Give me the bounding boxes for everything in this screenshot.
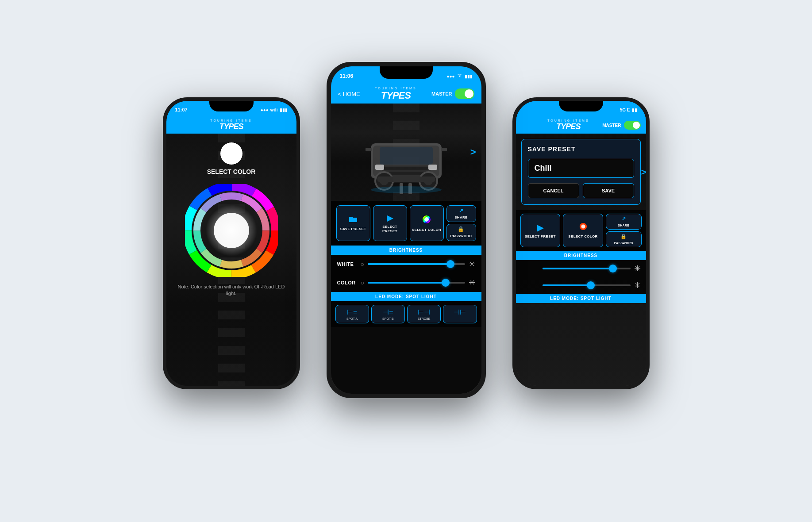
center-color-slider-row: COLOR ○ ✳ <box>331 273 481 292</box>
center-spot-btn[interactable]: ⊢= SPOT A <box>335 305 369 323</box>
center-password-btn[interactable]: 🔒 PASSWORD <box>446 224 476 241</box>
center-master-label: MASTER <box>431 91 452 96</box>
folder-icon <box>349 216 358 225</box>
color-selector-dot[interactable] <box>220 142 242 165</box>
svg-rect-41 <box>441 148 447 151</box>
phone-left-screen: 11:07 ●●● wifi ▮▮▮ TOURING ITEMS TYPES <box>166 101 296 386</box>
center-brightness-section: BRIGHTNESS WHITE ○ ✳ COLOR ○ <box>331 246 481 292</box>
center-select-preset-btn[interactable]: ▶ SELECT PRESET <box>373 205 407 241</box>
color-wheel-container[interactable] <box>185 184 278 277</box>
password-label: PASSWORD <box>450 234 472 238</box>
right-toggle-switch[interactable] <box>624 121 641 130</box>
center-master-toggle[interactable]: MASTER <box>431 88 474 99</box>
phone-left: 11:07 ●●● wifi ▮▮▮ TOURING ITEMS TYPES <box>163 97 300 389</box>
spot-icon: ⊢= <box>347 308 357 316</box>
right-master-toggle[interactable]: MASTER <box>602 121 640 130</box>
color-wheel-icon <box>422 215 431 226</box>
right-brightness-section: BRIGHTNESS ✳ ✳ <box>516 251 646 294</box>
center-bottom-buttons: SAVE PRESET ▶ SELECT PRESET <box>331 201 481 246</box>
right-slider1-thumb[interactable] <box>609 265 617 273</box>
right-touring-text: TOURING ITEMS <box>547 119 589 122</box>
white-slider-track[interactable] <box>368 263 465 265</box>
truck-svg <box>344 108 468 196</box>
color-label: COLOR <box>337 280 357 285</box>
svg-rect-28 <box>380 147 433 165</box>
svg-rect-33 <box>428 165 437 170</box>
white-slider-thumb[interactable] <box>446 260 454 268</box>
right-select-color-btn[interactable]: SELECT COLOR <box>563 214 603 247</box>
left-touring-text: TOURING ITEMS <box>210 119 252 122</box>
color-slider-thumb[interactable] <box>442 279 450 287</box>
center-truck-area: > <box>331 104 481 201</box>
right-arrow-btn[interactable]: > <box>641 167 646 177</box>
right-select-color-label: SELECT COLOR <box>568 234 597 239</box>
right-password-btn[interactable]: 🔒 PASSWORD <box>606 231 642 247</box>
center-toggle-switch[interactable] <box>455 88 474 99</box>
right-sun-high1: ✳ <box>634 264 641 273</box>
share-icon: ↗ <box>459 207 463 214</box>
center-home-back[interactable]: < HOME <box>338 91 360 97</box>
color-wheel-svg[interactable] <box>185 184 278 277</box>
center-types-logo: TOURING ITEMS TYPES <box>375 87 416 101</box>
phone-center: 11:06 ●●● ▮▮▮ < HOME <box>327 62 486 398</box>
center-type-s: TYPES <box>381 90 411 101</box>
right-master-label: MASTER <box>602 123 621 128</box>
white-slider-fill <box>368 263 450 265</box>
svg-point-44 <box>424 217 429 222</box>
right-slider2-row: ✳ <box>516 277 646 294</box>
right-share-btn[interactable]: ↗ SHARE <box>606 214 642 230</box>
left-app-header: TOURING ITEMS TYPES <box>166 117 296 134</box>
svg-point-39 <box>371 186 442 193</box>
center-spot2-btn[interactable]: ⊣= SPOT B <box>371 305 405 323</box>
right-password-label: PASSWORD <box>614 241 633 245</box>
phone-center-screen: 11:06 ●●● ▮▮▮ < HOME <box>331 66 481 394</box>
right-save-preset-box: SAVE PRESET > Chill CANCEL SAVE <box>521 139 641 205</box>
play-icon: ▶ <box>387 213 393 223</box>
phone-right-screen: 5G E ▮▮ TOURING ITEMS TYPES MASTER <box>516 101 646 386</box>
color-slider-track[interactable] <box>368 282 465 284</box>
right-app-header: TOURING ITEMS TYPES MASTER <box>516 117 646 134</box>
center-select-color-btn[interactable]: SELECT COLOR <box>410 205 444 241</box>
center-share-password-group: ↗ SHARE 🔒 PASSWORD <box>446 205 476 241</box>
right-slider2-thumb[interactable] <box>587 281 595 289</box>
right-types-logo: TOURING ITEMS TYPES <box>547 119 589 131</box>
svg-rect-32 <box>375 165 384 170</box>
left-notch <box>209 101 254 111</box>
svg-rect-38 <box>377 177 435 182</box>
phone-right: 5G E ▮▮ TOURING ITEMS TYPES MASTER <box>512 97 650 389</box>
center-save-preset-btn[interactable]: SAVE PRESET <box>336 205 370 241</box>
right-save-btn[interactable]: SAVE <box>583 183 634 198</box>
right-notch <box>559 101 603 111</box>
svg-rect-30 <box>384 167 428 170</box>
right-sun-high2: ✳ <box>634 280 641 290</box>
save-preset-label: SAVE PRESET <box>340 227 366 231</box>
center-led-mode-bar: LED MODE: SPOT LIGHT <box>331 292 481 301</box>
center-flash-btn[interactable]: ⊣⊢ <box>443 305 477 323</box>
center-led-buttons: ⊢= SPOT A ⊣= SPOT B ⊢⊣ STROBE ⊣⊢ <box>331 301 481 327</box>
strobe-icon: ⊢⊣ <box>418 308 430 316</box>
center-share-btn[interactable]: ↗ SHARE <box>446 205 476 222</box>
share-label: SHARE <box>454 215 468 220</box>
battery-icon: ▮▮▮ <box>280 107 288 112</box>
right-preset-input[interactable]: Chill <box>528 159 634 178</box>
center-strobe-btn[interactable]: ⊢⊣ STROBE <box>407 305 441 323</box>
right-slider2-fill <box>543 284 591 286</box>
left-color-wheel-area: SELECT COLOR <box>166 134 296 297</box>
right-slider1-track[interactable] <box>543 268 631 269</box>
center-notch <box>380 66 433 79</box>
right-share-password-group: ↗ SHARE 🔒 PASSWORD <box>606 214 642 247</box>
color-slider-fill <box>368 282 446 284</box>
right-select-preset-btn[interactable]: ▶ SELECT PRESET <box>520 214 561 247</box>
center-brightness-header: BRIGHTNESS <box>331 246 481 255</box>
right-save-preset-title: SAVE PRESET <box>528 146 634 153</box>
right-cancel-btn[interactable]: CANCEL <box>528 183 579 198</box>
right-type-s: TYPES <box>556 122 580 131</box>
center-wifi <box>457 73 463 79</box>
center-arrow-right[interactable]: > <box>470 146 476 158</box>
center-app-header: < HOME TOURING ITEMS TYPES MASTER <box>331 84 481 104</box>
left-color-wheel-screen: SELECT COLOR <box>166 134 296 386</box>
right-slider2-track[interactable] <box>543 284 631 286</box>
right-share-icon: ↗ <box>622 216 626 222</box>
spot2-label: SPOT B <box>382 317 394 320</box>
select-color-label-center: SELECT COLOR <box>412 228 441 232</box>
